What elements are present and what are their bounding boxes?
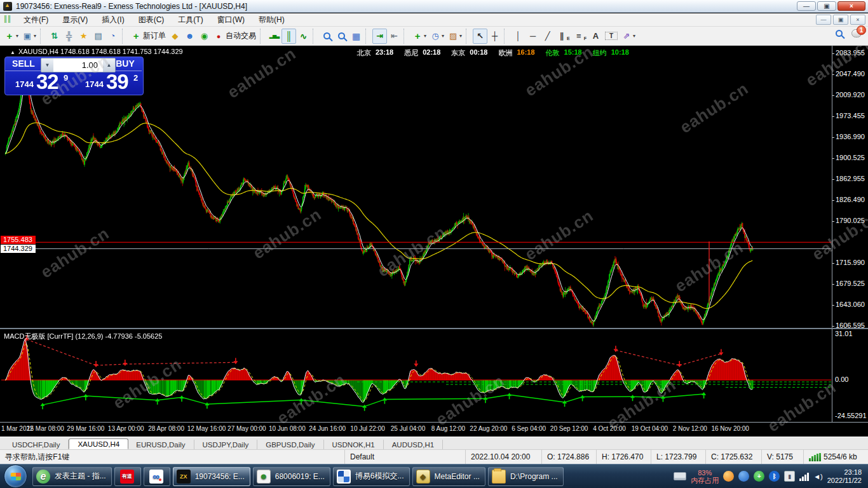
bluetooth-icon[interactable] <box>769 471 780 482</box>
community-icon[interactable] <box>182 29 197 44</box>
date-axis-label: 24 Jun 16:00 <box>309 425 346 432</box>
price-axis-label: 2047.490 <box>836 70 865 79</box>
indicators-button[interactable] <box>410 29 428 44</box>
fibonacci-tool[interactable] <box>572 29 588 44</box>
metaeditor-icon[interactable] <box>168 29 182 44</box>
taskbar-app-folder[interactable]: D:\Program ... <box>488 467 564 486</box>
taskbar-app-youdao[interactable] <box>114 467 141 486</box>
taskbar-app-medit[interactable]: MetaEditor ... <box>412 467 485 486</box>
status-volume: V: 5175 <box>761 450 803 464</box>
date-axis-label: 27 May 00:00 <box>227 425 266 432</box>
chart-tab-gbpusd-daily[interactable]: GBPUSD,Daily <box>257 440 323 449</box>
tray-antivirus-icon[interactable] <box>754 471 764 482</box>
line-chart-button[interactable] <box>296 29 311 44</box>
sell-price-sup: 9 <box>64 73 68 83</box>
taskbar-clock[interactable]: 23:182022/11/22 <box>827 468 862 485</box>
menu-item-0[interactable]: 文件(F) <box>17 13 55 27</box>
close-button[interactable]: × <box>837 1 865 11</box>
chart-area: ▲XAUUSD,H4 1748.618 1748.618 1741.753 17… <box>0 46 868 437</box>
taskbar-app-netdisk[interactable] <box>144 467 170 486</box>
new-chart-button[interactable] <box>3 29 20 44</box>
chart-tab-audusd-h1[interactable]: AUDUSD,H1 <box>384 440 443 449</box>
taskbar-app-exness[interactable]: 19073456: E... <box>173 467 250 486</box>
status-help-text: 寻求帮助,请按F1键 <box>0 452 344 463</box>
tray-app-icon[interactable] <box>723 471 734 482</box>
youdao-icon <box>120 470 134 484</box>
market-watch-button[interactable] <box>47 29 62 44</box>
collapse-arrow-icon[interactable]: ▲ <box>10 50 15 55</box>
date-axis-label: 10 Jun 08:00 <box>269 425 306 432</box>
tray-clipboard-icon[interactable] <box>784 471 795 482</box>
tile-windows-button[interactable] <box>349 29 363 44</box>
strategy-tester-button[interactable] <box>105 29 120 44</box>
profile-selector[interactable]: Default <box>344 450 465 464</box>
arrows-tool[interactable] <box>620 29 637 44</box>
menu-item-4[interactable]: 工具(T) <box>171 13 210 27</box>
menu-item-2[interactable]: 插入(I) <box>95 13 131 27</box>
date-axis[interactable]: 1 Mar 202215 Mar 08:0029 Mar 16:0013 Apr… <box>0 422 868 437</box>
menu-item-3[interactable]: 图表(C) <box>132 13 172 27</box>
data-window-button[interactable] <box>62 29 76 44</box>
menu-item-6[interactable]: 帮助(H) <box>252 13 292 27</box>
session-clock: 东京00:18 <box>451 48 487 58</box>
start-button[interactable] <box>4 464 27 488</box>
status-low: L: 1723.799 <box>651 450 705 464</box>
auto-scroll-button[interactable] <box>372 29 387 44</box>
session-clock: 北京23:18 <box>357 48 393 58</box>
zoom-in-button[interactable] <box>320 29 334 44</box>
child-close-button[interactable]: × <box>850 15 865 25</box>
tray-netdisk-icon[interactable] <box>738 471 749 482</box>
macd-axis-zero: 0.00 <box>835 376 848 384</box>
volume-icon[interactable]: ◄) <box>813 473 823 480</box>
volume-input[interactable]: 1.00 <box>53 58 103 72</box>
chart-tab-eurusd-daily[interactable]: EURUSD,Daily <box>128 440 194 449</box>
connection-bars-icon <box>809 453 821 461</box>
candlestick-button[interactable] <box>281 29 296 44</box>
text-label-tool[interactable] <box>603 29 620 44</box>
notifications-icon[interactable]: 1 <box>851 29 862 37</box>
horizontal-line-tool[interactable] <box>526 29 540 44</box>
trendline-tool[interactable] <box>540 29 555 44</box>
menu-item-1[interactable]: 显示(V) <box>55 13 95 27</box>
chart-tab-xauusd-h4[interactable]: XAUUSD,H4 <box>69 438 128 449</box>
price-axis[interactable]: 2083.9552047.4902009.9201973.4551936.990… <box>832 46 868 422</box>
zoom-out-button[interactable] <box>334 29 349 44</box>
taskbar-app-browser[interactable]: 发表主题 - 指... <box>32 467 112 486</box>
taskbar-app-mt4[interactable]: 68006019: E... <box>253 467 330 486</box>
chart-tab-usdjpy-daily[interactable]: USDJPY,Daily <box>194 440 258 449</box>
templates-button[interactable] <box>446 29 464 44</box>
search-icon[interactable] <box>836 30 843 37</box>
keyboard-tray-icon[interactable] <box>674 472 686 480</box>
network-signal-icon[interactable] <box>799 472 809 481</box>
date-axis-label: 20 Sep 12:00 <box>550 425 588 432</box>
child-minimize-button[interactable]: — <box>816 15 831 25</box>
auto-trading-button[interactable]: 自动交易 <box>212 29 258 44</box>
navigator-button[interactable] <box>76 29 91 44</box>
child-restore-button[interactable]: ▣ <box>833 15 848 25</box>
pane-divider[interactable] <box>0 328 868 329</box>
browser-icon <box>36 470 50 484</box>
bar-chart-button[interactable] <box>267 29 281 44</box>
terminal-button[interactable] <box>91 29 105 44</box>
signals-icon[interactable] <box>197 29 212 44</box>
chart-tab-usdnok-h1[interactable]: USDNOK,H1 <box>324 440 384 449</box>
crosshair-tool-button[interactable] <box>487 29 502 44</box>
sell-button[interactable]: SELL <box>5 58 42 71</box>
chart-tab-usdchf-daily[interactable]: USDCHF,Daily <box>4 440 69 449</box>
new-order-button[interactable]: 新订单 <box>129 29 168 44</box>
taskbar-app-boyi[interactable]: 博易6模拟交... <box>333 467 410 486</box>
macd-indicator-canvas[interactable] <box>1 329 831 422</box>
profiles-button[interactable] <box>20 29 38 44</box>
cursor-tool-button[interactable] <box>473 29 487 44</box>
restore-button[interactable]: ▣ <box>817 1 836 11</box>
text-tool[interactable] <box>588 29 603 44</box>
menu-item-5[interactable]: 窗口(W) <box>210 13 252 27</box>
price-axis-label: 1715.990 <box>836 259 865 268</box>
channel-tool[interactable] <box>555 29 572 44</box>
minimize-button[interactable]: — <box>797 1 816 11</box>
exness-icon <box>177 470 191 484</box>
periods-button[interactable] <box>428 29 446 44</box>
vertical-line-tool[interactable] <box>511 29 526 44</box>
chart-shift-button[interactable] <box>387 29 402 44</box>
macd-indicator-label: MACD无极版 [CurrTF] (12,26,9) -4.77936 -5.0… <box>4 332 162 341</box>
